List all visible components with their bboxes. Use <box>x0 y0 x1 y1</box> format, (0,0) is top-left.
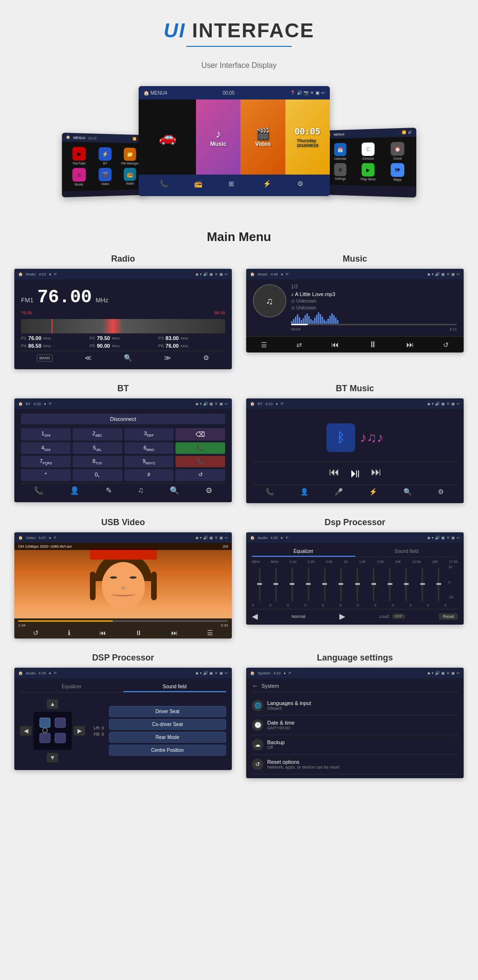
bt-search-icon[interactable]: 🔍 <box>170 486 179 495</box>
seat-down-btn[interactable]: ▼ <box>47 753 58 762</box>
left-icon-youtube[interactable]: ▶ YouTube <box>67 147 91 165</box>
eq-bar-02k[interactable] <box>301 565 316 604</box>
music-progress-bar[interactable] <box>291 324 457 325</box>
bt-key-hash[interactable]: # <box>124 469 174 481</box>
eq-bar-05k[interactable] <box>317 565 332 604</box>
btm-contacts-icon[interactable]: 👤 <box>300 488 308 496</box>
dsp-loudness-toggle[interactable]: OFF <box>392 614 405 619</box>
bt-key-5[interactable]: 5JKL <box>73 442 122 454</box>
right-icon-calendar[interactable]: 📅 Calendar <box>328 143 352 161</box>
btm-mic-icon[interactable]: 🎤 <box>335 488 343 496</box>
video-tile[interactable]: 🎬 Video <box>240 99 285 175</box>
btm-bt-icon[interactable]: ⚡ <box>369 488 377 496</box>
repeat-btn[interactable]: ↺ <box>443 341 449 349</box>
prev-btn[interactable]: ≪ <box>85 354 92 362</box>
eq-bar-01k[interactable] <box>284 565 300 604</box>
bt-contacts-icon[interactable]: 👤 <box>70 486 79 495</box>
bt-key-del[interactable]: ⌫ <box>175 428 225 440</box>
eq-bar-125k[interactable] <box>399 565 414 604</box>
eq-bar-80hz[interactable] <box>268 565 283 604</box>
bt-playpause-btn[interactable]: ⏯ <box>349 466 361 481</box>
next-track-btn[interactable]: ⏭ <box>406 341 414 349</box>
dsp-tab-eq[interactable]: Equalizer <box>252 547 355 557</box>
music-tile[interactable]: ♪ Music <box>196 99 240 175</box>
nav-bt-icon[interactable]: ⚡ <box>263 180 274 191</box>
seat-left-btn[interactable]: ◀ <box>20 726 32 736</box>
bt-key-hangup[interactable]: 📞 <box>175 456 225 467</box>
bt-settings-icon[interactable]: ⚙ <box>206 486 212 495</box>
seat-centre-btn[interactable]: Centre Position <box>109 745 226 756</box>
seat-up-btn[interactable]: ▲ <box>47 699 58 709</box>
bt-next-btn[interactable]: ⏭ <box>371 466 381 481</box>
search-btn[interactable]: 🔍 <box>124 354 132 362</box>
seat-codriver-btn[interactable]: Co-driver Seat <box>109 719 226 730</box>
bt-key-call[interactable]: 📞 <box>175 442 225 454</box>
btm-search-icon[interactable]: 🔍 <box>403 488 412 496</box>
btm-settings-icon[interactable]: ⚙ <box>438 488 444 496</box>
left-icon-radio[interactable]: 📻 Radio <box>119 168 141 186</box>
dsp-back-arrow[interactable]: ◀ <box>252 612 258 621</box>
video-play-btn[interactable]: ⏸ <box>135 629 142 637</box>
eq-bar-25k[interactable] <box>366 565 381 604</box>
pause-btn[interactable]: ⏸ <box>369 340 377 350</box>
bt-key-0[interactable]: 0+ <box>73 469 122 481</box>
eq-bar-15k[interactable] <box>349 565 365 604</box>
seat-driver-btn[interactable]: Driver Seat <box>109 706 226 717</box>
bt-key-4[interactable]: 4GHI <box>21 442 71 454</box>
nav-settings-icon[interactable]: ⚙ <box>297 180 309 191</box>
video-info-btn[interactable]: ℹ <box>68 629 70 637</box>
bt-key-2[interactable]: 2ABC <box>73 428 122 440</box>
left-icon-filemanager[interactable]: 📁 File Manager <box>119 147 141 165</box>
settings-btn[interactable]: ⚙ <box>203 354 209 362</box>
eq-bar-10k[interactable] <box>382 565 398 604</box>
bt-prev-btn[interactable]: ⏮ <box>329 466 339 481</box>
seat-right-btn[interactable]: ▶ <box>74 726 85 736</box>
video-next-btn[interactable]: ⏭ <box>171 629 178 637</box>
loop-btn[interactable]: ⇄ <box>296 341 302 349</box>
dsp-eq-bars <box>252 565 446 604</box>
bt-key-9[interactable]: 9WXYZ <box>124 456 174 467</box>
bt-edit-icon[interactable]: ✎ <box>106 486 112 495</box>
left-icon-video[interactable]: 🎬 Video <box>94 168 117 186</box>
eq-bar-60hz[interactable] <box>252 565 267 604</box>
dsp-reset-btn[interactable]: Reset <box>439 613 458 620</box>
bt-key-6[interactable]: 6MNO <box>124 442 174 454</box>
nav-phone-icon[interactable]: 📞 <box>160 180 171 191</box>
radio-unit: MHz <box>96 297 109 304</box>
bt-key-8[interactable]: 8TUV <box>73 456 122 467</box>
video-playlist-btn[interactable]: ☰ <box>207 629 213 637</box>
dspsf-tab-eq[interactable]: Equalizer <box>20 682 123 692</box>
band-btn[interactable]: BAND <box>37 354 52 362</box>
video-repeat-btn[interactable]: ↺ <box>33 629 39 637</box>
nav-apps-icon[interactable]: ⊞ <box>228 180 240 191</box>
right-icon-chrome[interactable]: C Chrome <box>355 142 381 160</box>
prev-track-btn[interactable]: ⏮ <box>331 341 339 349</box>
dspsf-tab-sf[interactable]: Sound field <box>123 682 227 692</box>
dsp-tab-sf[interactable]: Sound field <box>355 547 458 557</box>
lang-back-arrow[interactable]: ← <box>252 682 259 690</box>
right-icon-maps[interactable]: 🗺 Maps <box>384 163 411 182</box>
bt-music-icon[interactable]: ♫ <box>138 486 143 495</box>
playlist-btn[interactable]: ☰ <box>261 341 267 349</box>
bt-key-7[interactable]: 7PQRS <box>21 456 71 467</box>
bt-key-1[interactable]: 1GHI <box>21 428 71 440</box>
bt-phone-icon[interactable]: 📞 <box>34 486 43 495</box>
left-icon-music[interactable]: ♫ Music <box>67 168 91 186</box>
nav-radio-icon[interactable]: 📻 <box>194 180 206 191</box>
eq-bar-15kk[interactable] <box>415 565 430 604</box>
eq-bar-1k[interactable] <box>333 565 348 604</box>
right-icon-playstore[interactable]: ▶ Play Store <box>355 163 381 181</box>
left-icon-bt[interactable]: ⚡ BT <box>94 147 117 165</box>
btm-phone-icon[interactable]: 📞 <box>266 488 274 496</box>
video-progress-bar[interactable] <box>18 620 228 622</box>
bt-key-star[interactable]: * <box>21 469 71 481</box>
dsp-fwd-arrow[interactable]: ▶ <box>339 612 345 621</box>
next-btn[interactable]: ≫ <box>164 354 171 362</box>
bt-key-3[interactable]: 3DEF <box>124 428 174 440</box>
bt-key-refresh[interactable]: ↺ <box>175 469 225 481</box>
video-prev-btn[interactable]: ⏮ <box>99 629 106 637</box>
right-icon-settings[interactable]: ⚙ Settings <box>328 163 352 180</box>
eq-bar-175k[interactable] <box>431 565 446 604</box>
right-icon-clock[interactable]: ⏰ Clock <box>384 142 411 160</box>
seat-rear-btn[interactable]: Rear Mode <box>109 732 226 743</box>
